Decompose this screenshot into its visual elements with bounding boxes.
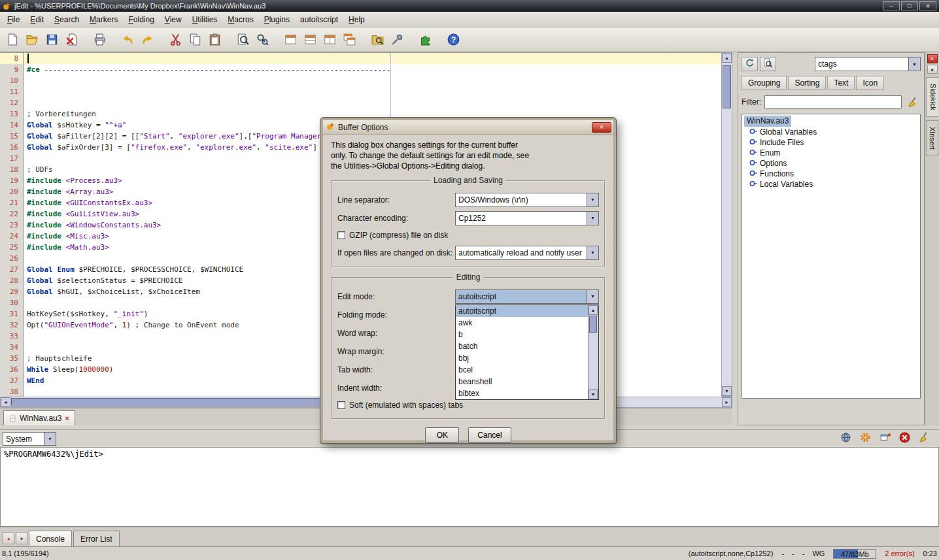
- buffer-close-icon[interactable]: ×: [65, 414, 69, 422]
- parser-combo[interactable]: ctags: [815, 57, 921, 71]
- code-line-8[interactable]: 8: [0, 53, 721, 64]
- tree-item-enum[interactable]: Enum: [742, 148, 920, 158]
- line-separator-combo[interactable]: DOS/Windows (\r\n): [455, 193, 599, 207]
- chevron-down-icon[interactable]: [587, 290, 598, 303]
- follow-caret-button[interactable]: [760, 57, 776, 71]
- open-file-button[interactable]: [23, 31, 41, 49]
- tree-item-global-variables[interactable]: Global Variables: [742, 127, 920, 137]
- find-button[interactable]: [233, 31, 252, 49]
- tree-item-local-variables[interactable]: Local Variables: [742, 179, 920, 189]
- utilities-button[interactable]: [388, 31, 406, 49]
- redo-button[interactable]: [138, 31, 156, 49]
- menu-edit[interactable]: Edit: [25, 13, 49, 26]
- mode-option-batch[interactable]: batch: [456, 340, 588, 352]
- tree-item-options[interactable]: Options: [742, 158, 920, 169]
- mode-option-bcel[interactable]: bcel: [456, 364, 588, 376]
- vertical-scroll-thumb[interactable]: [723, 65, 731, 108]
- dock-popup-button[interactable]: [16, 533, 27, 544]
- new-view-button[interactable]: [340, 31, 358, 49]
- dock-tab-xinsert[interactable]: XInsert: [926, 120, 938, 156]
- text-button[interactable]: Text: [827, 76, 855, 90]
- filter-input[interactable]: [764, 95, 902, 108]
- print-button[interactable]: [90, 31, 109, 49]
- dock-status-button[interactable]: [3, 533, 14, 544]
- window-close-button[interactable]: [919, 1, 936, 10]
- menu-search[interactable]: Search: [49, 13, 84, 26]
- menu-plugins[interactable]: Plugins: [259, 13, 295, 26]
- scroll-left-arrow-icon[interactable]: ◄: [1, 397, 10, 407]
- code-line-12[interactable]: 12: [0, 97, 721, 108]
- buffer-info[interactable]: (autoitscript,none,Cp1252): [689, 550, 774, 557]
- stop-button[interactable]: [897, 432, 912, 445]
- dialog-close-button[interactable]: [592, 122, 611, 133]
- icon-button[interactable]: Icon: [856, 76, 884, 90]
- menu-utilities[interactable]: Utilities: [187, 13, 223, 26]
- edit-mode-combo[interactable]: autoitscript: [455, 289, 599, 304]
- mode-option-bbj[interactable]: bbj: [456, 352, 588, 364]
- split-vertical-button[interactable]: [320, 31, 339, 49]
- search-in-directory-button[interactable]: [368, 31, 386, 49]
- error-count[interactable]: 2 error(s): [885, 550, 914, 557]
- scroll-down-arrow-icon[interactable]: ▼: [589, 389, 598, 399]
- code-line-9[interactable]: 9#ce -----------------------------------…: [0, 64, 721, 75]
- reload-combo[interactable]: automatically reload and notify user: [455, 246, 599, 260]
- soft-tabs-checkbox[interactable]: [337, 401, 345, 409]
- scroll-down-arrow-icon[interactable]: ▼: [722, 386, 732, 396]
- parse-buffer-button[interactable]: [742, 57, 758, 71]
- editor-vertical-scrollbar[interactable]: ▲ ▼: [721, 52, 732, 397]
- tree-root-node[interactable]: WinNav.au3: [744, 116, 791, 127]
- dialog-title-bar[interactable]: Buffer Options: [323, 120, 613, 135]
- help-button[interactable]: ?: [444, 31, 462, 49]
- menu-help[interactable]: Help: [343, 13, 370, 26]
- save-file-button[interactable]: [43, 31, 61, 49]
- find-replace-button[interactable]: [253, 31, 271, 49]
- menu-view[interactable]: View: [160, 13, 187, 26]
- dock-tab-console[interactable]: Console: [29, 531, 72, 546]
- gzip-checkbox[interactable]: [337, 231, 345, 239]
- cancel-button[interactable]: Cancel: [468, 427, 511, 443]
- clear-button[interactable]: [917, 432, 931, 445]
- grouping-button[interactable]: Grouping: [742, 76, 787, 90]
- dock-tab-sidekick[interactable]: Sidekick: [926, 77, 938, 117]
- dock-menu-button[interactable]: [927, 65, 938, 74]
- encoding-combo[interactable]: Cp1252: [455, 211, 599, 225]
- chevron-down-icon[interactable]: [587, 246, 598, 259]
- mode-option-autoitscript[interactable]: autoitscript: [456, 305, 588, 317]
- clear-filter-icon[interactable]: [905, 95, 921, 109]
- tree-item-functions[interactable]: Functions: [742, 169, 920, 179]
- console-output[interactable]: %PROGRAMW6432%\jEdit>: [0, 447, 939, 527]
- scroll-up-arrow-icon[interactable]: ▲: [589, 305, 598, 315]
- scroll-right-arrow-icon[interactable]: ►: [722, 397, 732, 407]
- menu-file[interactable]: File: [2, 13, 25, 26]
- dock-close-button[interactable]: [927, 54, 938, 63]
- chevron-down-icon[interactable]: [908, 58, 920, 71]
- ok-button[interactable]: OK: [425, 427, 459, 443]
- mode-option-beanshell[interactable]: beanshell: [456, 376, 588, 387]
- copy-button[interactable]: [186, 31, 204, 49]
- run-command-button[interactable]: [858, 432, 872, 445]
- code-line-10[interactable]: 10: [0, 75, 721, 86]
- split-horizontal-button[interactable]: [301, 31, 319, 49]
- globe-button[interactable]: [838, 432, 853, 445]
- new-file-button[interactable]: [3, 31, 22, 49]
- detach-button[interactable]: [878, 432, 892, 445]
- close-buffer-button[interactable]: [62, 31, 80, 49]
- menu-folding[interactable]: Folding: [123, 13, 159, 26]
- mode-option-bibtex[interactable]: bibtex: [456, 387, 588, 399]
- plugin-manager-button[interactable]: [416, 31, 434, 49]
- undo-button[interactable]: [118, 31, 137, 49]
- paste-button[interactable]: [205, 31, 224, 49]
- cut-button[interactable]: [166, 31, 184, 49]
- menu-macros[interactable]: Macros: [222, 13, 258, 26]
- chevron-down-icon[interactable]: [44, 433, 56, 445]
- window-maximize-button[interactable]: [901, 1, 918, 10]
- dropdown-scrollbar[interactable]: ▲ ▼: [588, 305, 598, 399]
- mode-option-b[interactable]: b: [456, 329, 588, 340]
- dock-tab-error-list[interactable]: Error List: [73, 531, 120, 546]
- shell-combo[interactable]: System: [3, 432, 56, 446]
- window-minimize-button[interactable]: [883, 1, 900, 10]
- buffer-tab-winnav[interactable]: WinNav.au3 ×: [3, 410, 75, 425]
- memory-gauge[interactable]: 47/83Mb: [833, 549, 876, 559]
- sorting-button[interactable]: Sorting: [788, 76, 826, 90]
- tree-item-include-files[interactable]: Include Files: [742, 137, 920, 148]
